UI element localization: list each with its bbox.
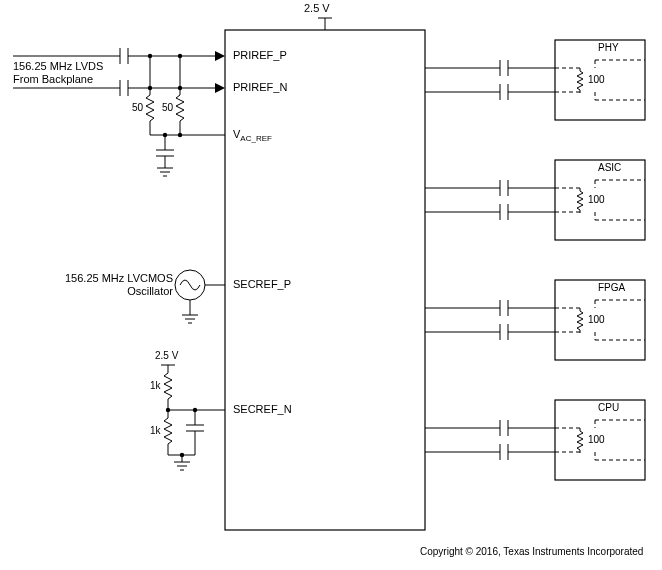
- lvds-input-label-2: From Backplane: [13, 73, 93, 85]
- svg-marker-11: [215, 83, 225, 93]
- output-asic-name: ASIC: [598, 162, 621, 173]
- lvds-input-label-1: 156.25 MHz LVDS: [13, 60, 103, 72]
- pin-secref-p: SECREF_P: [233, 278, 291, 290]
- pin-priref-n: PRIREF_N: [233, 81, 287, 93]
- copyright-text: Copyright © 2016, Texas Instruments Inco…: [420, 546, 643, 557]
- pin-secref-n: SECREF_N: [233, 403, 292, 415]
- output-phy-name: PHY: [598, 42, 619, 53]
- oscillator-label-2: Oscillator: [58, 285, 173, 297]
- pin-priref-p: PRIREF_P: [233, 49, 287, 61]
- svg-marker-6: [215, 51, 225, 61]
- pin-vac-ref: VAC_REF: [233, 128, 272, 143]
- output-fpga-name: FPGA: [598, 282, 625, 293]
- bias-r1-label: 1k: [150, 380, 161, 391]
- output-fpga-term: 100: [588, 314, 605, 325]
- supply-voltage-label: 2.5 V: [304, 2, 330, 14]
- term-r1-label: 50: [132, 102, 143, 113]
- bias-voltage-label: 2.5 V: [155, 350, 178, 361]
- output-phy-term: 100: [588, 74, 605, 85]
- term-r2-label: 50: [162, 102, 173, 113]
- svg-point-23: [178, 133, 182, 137]
- output-asic-term: 100: [588, 194, 605, 205]
- bias-r2-label: 1k: [150, 425, 161, 436]
- oscillator-label-1: 156.25 MHz LVCMOS: [58, 272, 173, 284]
- output-cpu-name: CPU: [598, 402, 619, 413]
- output-cpu-term: 100: [588, 434, 605, 445]
